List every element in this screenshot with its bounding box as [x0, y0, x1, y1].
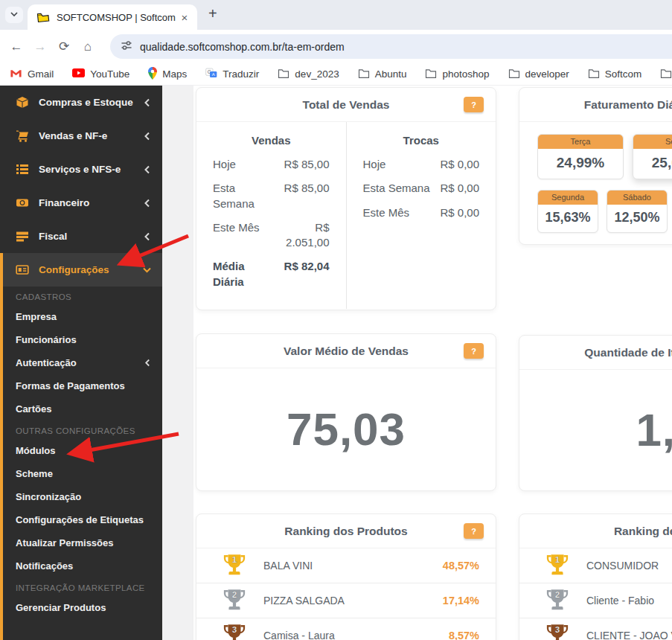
trophy-icon: 3 — [546, 623, 569, 640]
day-percent: 25,00% — [633, 149, 672, 179]
ranking-row: 1 BALA VINI 48,57% — [196, 548, 496, 583]
sidebar-subitem[interactable]: Gerenciar Produtos — [0, 596, 162, 619]
card-title: Faturamento Diário da Semana — [584, 98, 672, 112]
sidebar-subitem[interactable]: Empresa — [0, 305, 162, 328]
day-tile: Sábado 12,50% — [607, 190, 668, 233]
svg-text:3: 3 — [555, 624, 560, 634]
quantidade-value: 1,1 — [636, 403, 672, 456]
sidebar-subitem[interactable]: Módulos — [0, 439, 162, 462]
help-button[interactable]: ? — [464, 343, 484, 359]
home-button[interactable]: ⌂ — [76, 39, 100, 54]
tab-search-button[interactable] — [5, 7, 23, 23]
ranking-row: 2 Cliente - Fabio — [519, 583, 672, 618]
svg-text:2: 2 — [555, 589, 560, 599]
day-label: Sábado — [607, 191, 667, 205]
chevron-down-icon — [10, 10, 19, 21]
bookmark-maps[interactable]: Maps — [148, 67, 187, 82]
sidebar-item-fiscal[interactable]: Fiscal — [0, 220, 162, 253]
day-label: Terça — [538, 135, 623, 149]
sidebar-section-integracao-items: Gerenciar Produtos — [0, 596, 162, 619]
sidebar-item-vendas-e-nfe[interactable]: Vendas e NF-e — [0, 119, 162, 153]
sidebar-item-servicos-e-nfse[interactable]: Serviços e NFS-e — [0, 153, 162, 186]
ranking-produtos-rows: 1 BALA VINI 48,57% 2 PIZZA SALGADA — [196, 548, 496, 640]
folder-icon — [508, 68, 520, 80]
url-bar[interactable]: qualidade.softcomshop.com.br/ta-em-ordem — [110, 34, 672, 59]
bookmark-folder[interactable]: dev_2023 — [278, 68, 339, 80]
ranking-row: 3 CLIENTE - JOAO VITOR — [519, 618, 672, 640]
day-label: Segunda — [538, 191, 598, 205]
list-icon — [16, 163, 29, 176]
chevron-left-icon — [144, 359, 150, 367]
ranking-percent: 17,14% — [443, 595, 479, 607]
bookmark-folder[interactable]: Softcom — [588, 68, 642, 80]
stat-row: Esta Semana R$ 85,00 — [213, 181, 330, 211]
day-tile: Segunda 15,63% — [537, 190, 598, 233]
settings-card-icon — [16, 263, 29, 276]
trophy-icon: 2 — [546, 588, 569, 613]
sidebar-subitem[interactable]: Cartões — [0, 397, 162, 420]
sidebar-section-outras-configuracoes: OUTRAS CONFIGURAÇÕES — [0, 420, 162, 439]
sidebar-section-integracao-marketplace: INTEGRAÇÃO MARKETPLACE — [0, 577, 162, 596]
chevron-left-icon — [144, 232, 150, 241]
trophy-icon: 2 — [223, 588, 246, 613]
ranking-row: 3 Camisa - Laura 8,57% — [196, 618, 496, 640]
forward-button[interactable]: → — [28, 39, 52, 54]
bookmark-youtube[interactable]: YouTube — [72, 68, 129, 80]
card-title: Ranking dos Produtos — [284, 525, 407, 538]
invoice-icon — [16, 230, 29, 243]
card-title: Valor Médio de Vendas — [284, 345, 409, 358]
stat-row: Este Mês R$ 2.051,00 — [213, 220, 330, 251]
sidebar-subitem[interactable]: Atualizar Permissões — [0, 531, 162, 554]
bookmark-folder[interactable]: p4m — [660, 68, 672, 80]
sidebar-subitem[interactable]: Sincronização — [0, 485, 162, 508]
bookmark-gmail[interactable]: Gmail — [10, 68, 54, 80]
sidebar-section-cadastros: CADASTROS — [0, 287, 162, 305]
sidebar-subitem[interactable]: Formas de Pagamentos — [0, 374, 162, 397]
sidebar-section-outras-items: Módulos Scheme Sincronização Configuraçõ… — [0, 439, 162, 577]
day-percent: 24,99% — [538, 149, 623, 179]
chevron-down-icon — [143, 266, 152, 273]
gmail-icon — [10, 68, 22, 80]
help-button[interactable]: ? — [464, 523, 484, 539]
card-title: Total de Vendas — [303, 98, 390, 112]
tab-title: SOFTCOMSHOP | Softcom Tecn — [57, 12, 178, 23]
ranking-percent: 48,57% — [443, 560, 479, 572]
stat-row: Média Diária R$ 82,04 — [213, 259, 330, 289]
sidebar-subitem[interactable]: Autenticação — [0, 351, 162, 374]
help-button[interactable]: ? — [464, 97, 484, 112]
bookmark-folder[interactable]: photoshop — [425, 68, 489, 80]
youtube-icon — [72, 68, 85, 80]
chevron-left-icon — [144, 98, 150, 107]
card-ranking-dos-produtos: Ranking dos Produtos ? 1 BALA VINI 48,57… — [196, 513, 496, 640]
back-button[interactable]: ← — [4, 39, 28, 54]
trophy-icon: 3 — [223, 623, 246, 640]
reload-button[interactable]: ⟳ — [52, 39, 76, 54]
folder-icon — [425, 68, 437, 80]
browser-tab[interactable]: SOFTCOMSHOP | Softcom Tecn × — [28, 4, 197, 30]
bookmark-folder[interactable]: Abuntu — [358, 68, 407, 80]
maps-pin-icon — [148, 67, 157, 82]
day-percent: 12,50% — [607, 205, 667, 232]
sidebar-subitem[interactable]: Funcionários — [0, 328, 162, 351]
sidebar-subitem[interactable]: Configurações de Etiquetas — [0, 508, 162, 531]
bookmark-folder[interactable]: developer — [508, 68, 569, 80]
card-header: Ranking de Clientes — [519, 514, 672, 548]
card-header: Total de Vendas ? — [196, 88, 496, 122]
valor-medio-body: 75,03 — [196, 368, 496, 490]
sidebar-subitem[interactable]: Notificações — [0, 554, 162, 577]
new-tab-button[interactable]: + — [208, 5, 217, 22]
sidebar-item-financeiro[interactable]: Financeiro — [0, 186, 162, 220]
day-percent: 15,63% — [538, 205, 598, 232]
tab-close-button[interactable]: × — [178, 11, 191, 24]
folder-icon — [278, 68, 289, 80]
card-faturamento-diario: Faturamento Diário da Semana Terça 24,99… — [519, 87, 672, 245]
sidebar-item-configuracoes[interactable]: Configurações — [0, 253, 162, 287]
sidebar-subitem[interactable]: Scheme — [0, 462, 162, 485]
vendas-column: Vendas Hoje R$ 85,00 Esta Semana R$ 85,0… — [196, 122, 347, 309]
box-icon — [16, 96, 29, 109]
sidebar-item-compras-e-estoque[interactable]: Compras e Estoque — [0, 86, 162, 119]
bookmark-translate[interactable]: GA Traduzir — [205, 67, 259, 81]
chevron-left-icon — [144, 199, 150, 208]
chevron-left-icon — [144, 132, 150, 141]
ranking-row: 2 PIZZA SALGADA 17,14% — [196, 583, 496, 618]
